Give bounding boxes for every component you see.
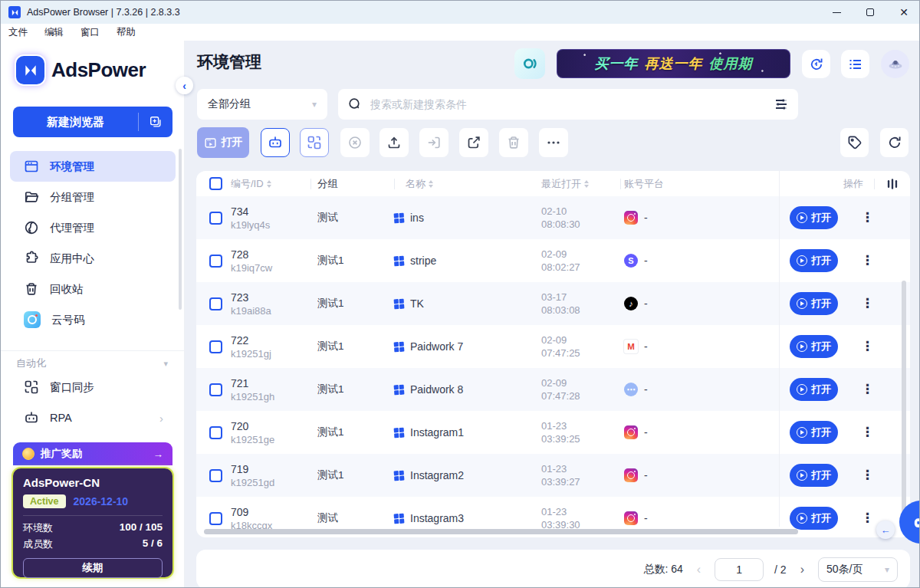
sidebar-collapse-button[interactable]: ‹ [176,77,193,94]
row-checkbox[interactable] [209,512,222,525]
platform-icon [624,468,638,482]
menu-edit[interactable]: 编辑 [44,26,64,39]
pagination-bar: 总数: 64 ‹ / 2 › 50条/页 ▾ [196,550,910,588]
sidebar-item-window-sync[interactable]: 窗口同步 [10,372,176,402]
sidebar-divider [1,350,185,351]
sidebar-item-rpa[interactable]: RPA › [10,402,176,433]
row-more-menu[interactable]: ⋮ [861,512,874,524]
window-sync-tool-button[interactable] [300,128,329,157]
sidebar-item-app-center[interactable]: 应用中心 [10,243,176,274]
browser-logo-icon [797,212,807,223]
minimize-button[interactable] [820,1,853,24]
row-open-button[interactable]: 打开 [790,292,838,315]
page-size-value: 50条/页 [826,563,863,577]
browser-logo-icon [797,255,807,266]
row-open-button[interactable]: 打开 [790,335,838,358]
export-share-icon [466,135,481,150]
table-row[interactable]: 723 k19ai88a 测试1 TK 03-17 08:03:08 - 打开 [196,282,910,325]
cancel-tool-button[interactable] [340,128,370,157]
menu-window[interactable]: 窗口 [80,26,100,39]
rpa-tool-button[interactable] [261,128,290,157]
row-checkbox[interactable] [209,469,222,482]
refresh-list-button[interactable] [880,128,909,157]
row-open-button[interactable]: 打开 [790,507,838,530]
automation-nav: 窗口同步 RPA › [1,372,185,433]
row-more-menu[interactable]: ⋮ [861,469,874,481]
page-size-select[interactable]: 50条/页 ▾ [818,557,898,582]
row-checkbox[interactable] [209,340,222,353]
sidebar-scrollbar[interactable] [179,149,182,310]
new-browser-button[interactable]: 新建浏览器 [13,107,172,137]
close-button[interactable]: ✕ [887,1,920,24]
task-list-button[interactable] [841,50,869,78]
open-selected-button[interactable]: 打开 [197,127,249,158]
user-avatar-button[interactable] [881,50,909,78]
support-collapse-button[interactable]: ← [876,521,895,539]
row-open-button[interactable]: 打开 [790,249,838,272]
vertical-scrollbar[interactable] [902,281,906,530]
delete-tool-button[interactable] [499,128,528,157]
chat-support-button[interactable] [514,48,545,79]
row-checkbox[interactable] [209,212,222,225]
table-row[interactable]: 722 k19251gj 测试1 Paidwork 7 02-09 07:47:… [196,325,910,368]
next-page-button[interactable]: › [797,563,807,577]
row-open-button[interactable]: 打开 [790,421,838,444]
table-row[interactable]: 719 k19251gd 测试1 Instagram2 01-23 03:39:… [196,454,910,497]
menu-help[interactable]: 帮助 [117,26,136,39]
row-checkbox[interactable] [209,255,222,268]
promo-banner[interactable]: 买一年 再送一年 使用期 [557,49,790,78]
search-input[interactable] [370,98,766,110]
page-number-input[interactable] [715,558,764,581]
select-all-checkbox[interactable] [209,177,222,190]
maximize-button[interactable] [853,1,887,24]
row-more-menu[interactable]: ⋮ [861,297,874,309]
horizontal-scrollbar[interactable] [204,529,798,534]
export-tool-button[interactable] [459,128,488,157]
row-open-button[interactable]: 打开 [790,206,838,229]
column-settings-icon[interactable] [886,177,899,191]
row-more-menu[interactable]: ⋮ [861,383,874,395]
upload-tool-button[interactable] [380,128,409,157]
menu-file[interactable]: 文件 [8,26,28,39]
row-checkbox[interactable] [209,426,222,439]
sidebar-item-environments[interactable]: 环境管理 [10,151,176,182]
batch-add-icon[interactable] [139,115,172,129]
more-tools-button[interactable] [539,128,568,157]
row-open-label: 打开 [811,425,831,439]
row-open-button[interactable]: 打开 [790,464,838,487]
sidebar-item-proxies[interactable]: 代理管理 [10,212,176,243]
row-more-menu[interactable]: ⋮ [861,212,874,223]
table-row[interactable]: 734 k19lyq4s 测试 ins 02-10 08:08:30 - 打开 [196,196,910,239]
group-filter-dropdown[interactable]: 全部分组 ▾ [197,89,327,120]
table-row[interactable]: 720 k19251ge 测试1 Instagram1 01-23 03:39:… [196,411,910,454]
table-row[interactable]: 728 k19iq7cw 测试1 stripe 02-09 08:02:27 -… [196,239,910,282]
row-id: k19lyq4s [231,219,317,231]
prev-page-button[interactable]: ‹ [694,563,704,577]
filter-sliders-icon[interactable] [774,97,789,112]
sort-icon[interactable] [429,180,433,188]
column-header-group[interactable]: 分组 [317,177,394,191]
table-row[interactable]: 721 k19251gh 测试1 Paidwork 8 02-09 07:47:… [196,368,910,411]
row-more-menu[interactable]: ⋮ [861,426,874,438]
import-tool-button[interactable] [419,128,449,157]
row-checkbox[interactable] [209,383,222,396]
chevron-down-icon: ▾ [163,359,168,369]
sidebar-item-recycle-bin[interactable]: 回收站 [10,274,176,304]
sort-icon[interactable] [267,180,271,188]
browser-logo-icon [797,470,807,481]
sidebar-item-cloud-phone[interactable]: 云号码 [10,304,176,335]
row-checkbox[interactable] [209,297,222,310]
row-open-button[interactable]: 打开 [790,378,838,401]
row-open-label: 打开 [811,383,831,396]
row-opened-date: 02-10 [541,205,624,217]
row-more-menu[interactable]: ⋮ [861,255,874,266]
renew-button[interactable]: 续期 [23,558,163,578]
sync-status-button[interactable] [802,50,830,78]
automation-section[interactable]: 自动化 ▾ [1,355,185,372]
tags-button[interactable] [840,128,869,157]
env-count-label: 环境数 [23,521,53,535]
sidebar-item-groups[interactable]: 分组管理 [10,182,176,212]
referral-banner[interactable]: 推广奖励 → [13,442,172,465]
row-more-menu[interactable]: ⋮ [861,340,874,352]
sort-icon[interactable] [584,180,589,188]
